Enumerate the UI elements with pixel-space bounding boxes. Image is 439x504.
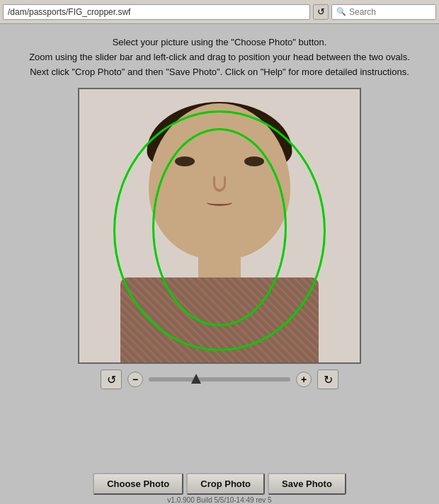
main-content: Select your picture using the "Choose Ph… xyxy=(0,24,439,401)
person-background xyxy=(79,89,360,362)
reload-button[interactable]: ↺ xyxy=(313,4,329,20)
zoom-slider-track[interactable] xyxy=(149,377,290,382)
save-photo-button[interactable]: Save Photo xyxy=(268,473,346,495)
action-buttons: Choose Photo Crop Photo Save Photo xyxy=(93,473,346,495)
version-label: v1.0.900 Build 5/5/10-14:49 rev 5 xyxy=(167,496,271,504)
instructions-block: Select your picture using the "Choose Ph… xyxy=(29,35,410,79)
rotate-left-icon: ↺ xyxy=(107,373,116,386)
mouth xyxy=(207,199,232,206)
photo-viewer[interactable] xyxy=(78,88,361,364)
instruction-line2: Zoom using the slider bar and left-click… xyxy=(29,50,410,65)
reload-icon: ↺ xyxy=(317,6,325,17)
browser-chrome: /dam/passports/FIG_cropper.swf ↺ 🔍 xyxy=(0,0,439,24)
zoom-minus-icon: − xyxy=(132,374,138,385)
zoom-slider-thumb[interactable] xyxy=(191,374,201,384)
button-bar: Choose Photo Crop Photo Save Photo v1.0.… xyxy=(0,469,439,504)
instruction-line3: Next click "Crop Photo" and then "Save P… xyxy=(29,65,410,80)
search-input[interactable] xyxy=(349,7,431,17)
zoom-plus-button[interactable]: + xyxy=(296,372,312,387)
shirt-pattern xyxy=(120,277,319,362)
eye-right xyxy=(244,156,264,166)
face xyxy=(159,128,280,248)
zoom-controls: ↺ − + ↻ xyxy=(78,365,361,394)
neck xyxy=(198,251,241,279)
address-text: /dam/passports/FIG_cropper.swf xyxy=(8,7,130,17)
address-bar[interactable]: /dam/passports/FIG_cropper.swf xyxy=(3,4,310,20)
zoom-minus-button[interactable]: − xyxy=(127,372,143,387)
zoom-plus-icon: + xyxy=(301,374,307,385)
crop-photo-button[interactable]: Crop Photo xyxy=(186,473,265,495)
rotate-left-button[interactable]: ↺ xyxy=(101,370,122,389)
rotate-right-icon: ↻ xyxy=(324,373,333,386)
choose-photo-button[interactable]: Choose Photo xyxy=(93,473,183,495)
rotate-right-button[interactable]: ↻ xyxy=(317,370,338,389)
search-bar[interactable]: 🔍 xyxy=(331,4,436,20)
nose xyxy=(213,176,226,192)
search-icon: 🔍 xyxy=(336,7,346,16)
instruction-line1: Select your picture using the "Choose Ph… xyxy=(29,35,410,50)
eye-left xyxy=(175,156,195,166)
